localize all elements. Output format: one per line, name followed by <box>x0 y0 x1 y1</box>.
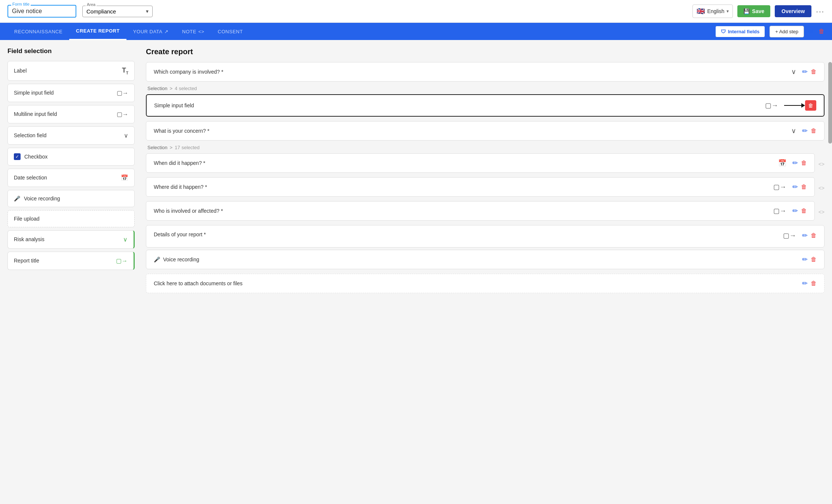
where-row: Where did it happen? * ▢→ ✏ 🗑 <> <box>146 177 825 199</box>
where-delete-button[interactable]: 🗑 <box>801 184 807 190</box>
more-icon: ··· <box>816 7 825 15</box>
add-step-button[interactable]: + Add step <box>770 26 804 37</box>
files-edit-button[interactable]: ✏ <box>802 279 808 288</box>
who-row: Who is involved or affected? * ▢→ ✏ 🗑 <> <box>146 201 825 223</box>
where-input-icon: ▢→ <box>773 183 786 191</box>
where-code-icons: <> <box>819 185 825 191</box>
area-wrapper: Area Compliance HR Finance Legal ▾ <box>82 6 153 17</box>
language-selector[interactable]: 🇬🇧 English ▾ <box>692 4 733 18</box>
language-chevron-icon: ▾ <box>727 9 729 14</box>
field-item-risk-analysis[interactable]: Risk analysis ∨ <box>7 230 135 249</box>
where-code-icon[interactable]: <> <box>819 185 825 191</box>
who-actions: ✏ 🗑 <box>792 207 807 215</box>
main-content: Field selection Label TT Simple input fi… <box>0 40 832 495</box>
field-item-simple-input[interactable]: Simple input field ▢→ <box>7 84 135 102</box>
report-items: Which company is involved? * ∨ ✏ 🗑 Selec… <box>146 62 825 295</box>
company-edit-button[interactable]: ✏ <box>802 68 808 76</box>
multiline-input-icon: ▢→ <box>117 111 128 118</box>
selection-field-label: Selection field <box>14 132 46 138</box>
date-selection-label: Date selection <box>14 175 47 181</box>
internal-fields-button[interactable]: 🛡 Internal fields <box>715 26 765 37</box>
field-item-multiline-input[interactable]: Multiline input field ▢→ <box>7 105 135 123</box>
area-chevron-icon: ▾ <box>146 8 149 14</box>
save-button[interactable]: 💾 Save <box>737 5 770 17</box>
selection-arrow-icon: > <box>169 86 172 91</box>
when-code-icons: <> <box>819 161 825 167</box>
files-label: Click here to attach documents or files <box>154 280 796 286</box>
concern-selection-label: Selection <box>147 145 167 150</box>
voice-delete-button[interactable]: 🗑 <box>811 256 817 263</box>
concern-edit-button[interactable]: ✏ <box>802 127 808 135</box>
arrow-indicator <box>784 105 803 106</box>
more-options-button[interactable]: ··· <box>816 7 825 16</box>
files-actions: ✏ 🗑 <box>802 279 817 288</box>
where-edit-button[interactable]: ✏ <box>792 183 798 191</box>
who-edit-button[interactable]: ✏ <box>792 207 798 215</box>
delete-step-button[interactable]: 🗑 <box>819 28 825 35</box>
form-title-input[interactable] <box>12 8 72 15</box>
who-label: Who is involved or affected? * <box>154 208 773 214</box>
left-panel: Field selection Label TT Simple input fi… <box>7 47 135 488</box>
nav-item-reconnaissance[interactable]: RECONNAISSANCE <box>7 24 69 40</box>
nav-item-create-report[interactable]: CREATE REPORT <box>69 23 126 40</box>
who-code-icons: <> <box>819 209 825 215</box>
top-bar: Form title Area Compliance HR Finance Le… <box>0 0 832 23</box>
details-edit-button[interactable]: ✏ <box>802 231 808 240</box>
dropdown-chevron-icon: ∨ <box>791 68 796 76</box>
drag-wrapper: Which company is involved? * ∨ ✏ 🗑 Selec… <box>146 62 825 295</box>
concern-arrow-icon: > <box>169 145 172 150</box>
field-item-file-upload[interactable]: File upload <box>7 210 135 227</box>
concern-dropdown-icon: ∨ <box>791 127 796 135</box>
simple-input-delete-button[interactable]: 🗑 <box>805 100 816 111</box>
company-selection-count: 4 selected <box>175 86 197 91</box>
when-delete-button[interactable]: 🗑 <box>801 160 807 166</box>
voice-edit-button[interactable]: ✏ <box>802 255 808 264</box>
details-delete-button[interactable]: 🗑 <box>811 232 817 239</box>
report-card-company: Which company is involved? * ∨ ✏ 🗑 <box>146 62 825 82</box>
text-format-icon: TT <box>122 67 128 75</box>
field-item-checkbox[interactable]: ✓ Checkbox <box>7 148 135 166</box>
who-code-icon[interactable]: <> <box>819 209 825 215</box>
nav-bar: RECONNAISSANCE CREATE REPORT YOUR DATA ↗… <box>0 23 832 40</box>
files-delete-button[interactable]: 🗑 <box>811 280 817 287</box>
field-list: Label TT Simple input field ▢→ Multiline… <box>7 61 135 270</box>
when-code-icon[interactable]: <> <box>819 161 825 167</box>
who-input-icon: ▢→ <box>773 207 786 215</box>
concern-delete-button[interactable]: 🗑 <box>811 127 817 134</box>
company-selection-sub: Selection > 4 selected <box>146 84 825 94</box>
concern-label: What is your concern? * <box>154 128 791 134</box>
overview-button[interactable]: Overview <box>775 5 811 17</box>
when-edit-button[interactable]: ✏ <box>792 159 798 167</box>
field-item-report-title[interactable]: Report title ▢→ <box>7 252 135 270</box>
nav-item-your-data[interactable]: YOUR DATA ↗ <box>126 24 175 40</box>
scrollbar-thumb[interactable] <box>828 62 832 144</box>
when-label: When did it happen? * <box>154 160 778 166</box>
voice-mic-icon: 🎤 <box>154 256 160 262</box>
who-delete-button[interactable]: 🗑 <box>801 208 807 214</box>
field-item-selection[interactable]: Selection field ∨ <box>7 126 135 145</box>
report-title-icon: ▢→ <box>116 257 128 264</box>
company-label: Which company is involved? * <box>154 69 791 75</box>
simple-input-row: Simple input field ▢→ 🗑 <box>146 94 825 119</box>
report-card-where: Where did it happen? * ▢→ ✏ 🗑 <box>146 177 815 197</box>
top-bar-right: 🇬🇧 English ▾ 💾 Save Overview ··· <box>692 4 825 18</box>
area-select[interactable]: Compliance HR Finance Legal <box>86 8 139 15</box>
field-item-date-selection[interactable]: Date selection 📅 <box>7 169 135 187</box>
field-item-label[interactable]: Label TT <box>7 61 135 81</box>
delete-trash-icon: 🗑 <box>808 102 813 108</box>
nav-item-consent[interactable]: CONSENT <box>211 24 250 40</box>
simple-input-actions: 🗑 <box>784 100 816 111</box>
concern-actions: ✏ 🗑 <box>802 127 817 135</box>
company-delete-button[interactable]: 🗑 <box>811 68 817 75</box>
calendar-field-icon: 📅 <box>778 159 786 167</box>
nav-item-note[interactable]: NOTE <> <box>175 24 211 40</box>
selection-chevron-icon: ∨ <box>124 132 128 139</box>
checkbox-icon: ✓ <box>14 153 21 160</box>
field-item-voice-recording[interactable]: 🎤 Voice recording <box>7 190 135 207</box>
flag-icon: 🇬🇧 <box>697 7 705 15</box>
edit-step-button[interactable]: ✏ <box>808 27 814 36</box>
create-report-title: Create report <box>146 47 825 56</box>
field-label-text: Label <box>14 68 27 74</box>
form-title-wrapper: Form title <box>7 5 76 18</box>
right-panel: Create report Which company is involved?… <box>135 47 825 488</box>
